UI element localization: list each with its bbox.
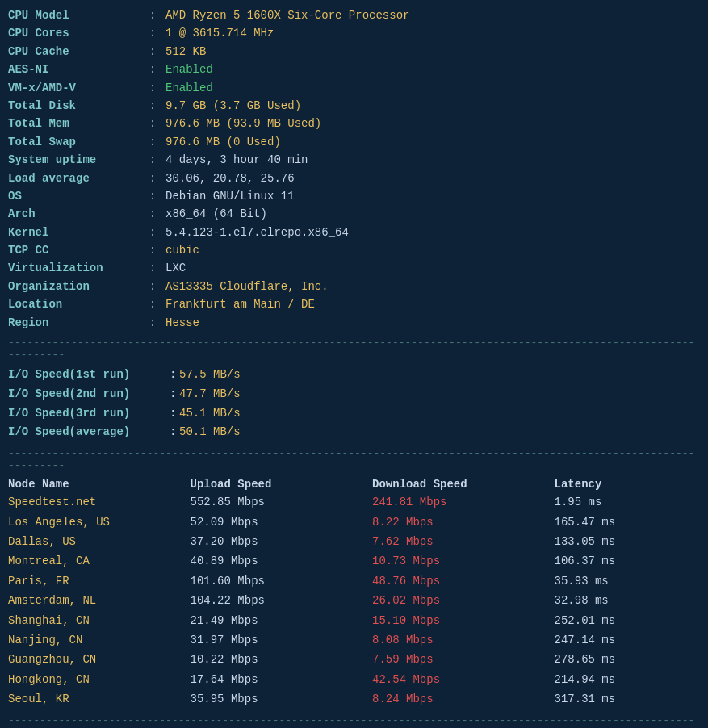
upload-cell: 101.60 Mbps <box>191 571 373 591</box>
tcp-cc-label: TCP CC <box>8 241 149 259</box>
cpu-cores-value: 1 @ 3615.714 MHz <box>165 24 274 42</box>
io-run2-row: I/O Speed(2nd run) : 47.7 MB/s <box>8 385 700 404</box>
download-cell: 7.59 Mbps <box>372 650 555 669</box>
latency-cell: 35.93 ms <box>555 571 700 591</box>
latency-cell: 32.98 ms <box>555 591 700 610</box>
aes-ni-value: Enabled <box>165 61 213 78</box>
node-cell: Amsterdam, NL <box>8 591 191 610</box>
io-run2-label: I/O Speed(2nd run) <box>8 385 170 404</box>
io-avg-value: 50.1 MB/s <box>179 423 241 442</box>
io-run1-label: I/O Speed(1st run) <box>8 366 170 385</box>
latency-cell: 133.05 ms <box>555 532 700 551</box>
col-latency-header: Latency <box>555 476 700 492</box>
cpu-cache-value: 512 KB <box>165 43 206 61</box>
download-cell: 8.22 Mbps <box>372 513 555 532</box>
upload-cell: 10.22 Mbps <box>191 650 373 669</box>
arch-value: x86_64 (64 Bit) <box>165 205 267 223</box>
latency-cell: 1.95 ms <box>555 492 700 512</box>
latency-cell: 165.47 ms <box>555 513 700 532</box>
location-label: Location <box>8 295 149 313</box>
col-upload-header: Upload Speed <box>191 476 373 492</box>
upload-cell: 40.89 Mbps <box>191 551 373 571</box>
upload-cell: 37.20 Mbps <box>191 532 373 551</box>
io-run3-row: I/O Speed(3rd run) : 45.1 MB/s <box>8 404 700 424</box>
vmx-row: VM-x/AMD-V : Enabled <box>8 79 700 97</box>
region-label: Region <box>8 314 149 332</box>
download-cell: 8.24 Mbps <box>372 689 555 709</box>
total-disk-label: Total Disk <box>8 97 149 115</box>
total-mem-value: 976.6 MB (93.9 MB Used) <box>165 115 321 132</box>
node-cell: Seoul, KR <box>8 689 191 709</box>
upload-cell: 104.22 Mbps <box>191 591 373 610</box>
virt-row: Virtualization : LXC <box>8 259 700 277</box>
table-row: Amsterdam, NL 104.22 Mbps 26.02 Mbps 32.… <box>8 591 700 610</box>
latency-cell: 317.31 ms <box>555 689 700 709</box>
cpu-cores-label: CPU Cores <box>8 24 149 42</box>
total-mem-row: Total Mem : 976.6 MB (93.9 MB Used) <box>8 115 700 132</box>
node-cell: Dallas, US <box>8 532 191 551</box>
table-row: Los Angeles, US 52.09 Mbps 8.22 Mbps 165… <box>8 513 700 532</box>
node-cell: Los Angeles, US <box>8 513 191 532</box>
download-cell: 26.02 Mbps <box>372 591 555 610</box>
download-cell: 8.08 Mbps <box>372 630 555 650</box>
network-table-header: Node Name Upload Speed Download Speed La… <box>8 476 700 492</box>
total-swap-label: Total Swap <box>8 133 149 151</box>
tcp-cc-value: cubic <box>165 241 199 259</box>
node-cell: Paris, FR <box>8 571 191 591</box>
io-avg-row: I/O Speed(average) : 50.1 MB/s <box>8 423 700 442</box>
aes-ni-row: AES-NI : Enabled <box>8 61 700 78</box>
kernel-row: Kernel : 5.4.123-1.el7.elrepo.x86_64 <box>8 224 700 241</box>
virt-label: Virtualization <box>8 259 149 277</box>
os-label: OS <box>8 187 149 205</box>
load-avg-label: Load average <box>8 169 149 187</box>
node-cell: Hongkong, CN <box>8 670 191 689</box>
network-table: Node Name Upload Speed Download Speed La… <box>8 476 700 709</box>
location-value: Frankfurt am Main / DE <box>165 295 315 313</box>
total-swap-row: Total Swap : 976.6 MB (0 Used) <box>8 133 700 151</box>
node-cell: Montreal, CA <box>8 551 191 571</box>
latency-cell: 247.14 ms <box>555 630 700 650</box>
org-label: Organization <box>8 278 149 295</box>
upload-cell: 35.95 Mbps <box>191 689 373 709</box>
download-cell: 10.73 Mbps <box>372 551 555 571</box>
total-disk-row: Total Disk : 9.7 GB (3.7 GB Used) <box>8 97 700 115</box>
org-value: AS13335 Cloudflare, Inc. <box>165 278 329 295</box>
col-node-header: Node Name <box>8 476 191 492</box>
io-run3-label: I/O Speed(3rd run) <box>8 404 170 424</box>
io-section: I/O Speed(1st run) : 57.5 MB/s I/O Speed… <box>8 366 700 442</box>
latency-cell: 252.01 ms <box>555 611 700 630</box>
download-cell: 42.54 Mbps <box>372 670 555 689</box>
cpu-model-row: CPU Model : AMD Ryzen 5 1600X Six-Core P… <box>8 6 700 24</box>
divider-3: ----------------------------------------… <box>8 714 700 728</box>
upload-cell: 31.97 Mbps <box>191 630 373 650</box>
vmx-label: VM-x/AMD-V <box>8 79 149 97</box>
tcp-cc-row: TCP CC : cubic <box>8 241 700 259</box>
total-disk-value: 9.7 GB (3.7 GB Used) <box>165 97 301 115</box>
os-row: OS : Debian GNU/Linux 11 <box>8 187 700 205</box>
node-cell: Nanjing, CN <box>8 630 191 650</box>
cpu-model-value: AMD Ryzen 5 1600X Six-Core Processor <box>165 6 409 24</box>
org-row: Organization : AS13335 Cloudflare, Inc. <box>8 278 700 295</box>
location-row: Location : Frankfurt am Main / DE <box>8 295 700 313</box>
vmx-value: Enabled <box>165 79 213 97</box>
arch-label: Arch <box>8 205 149 223</box>
divider-1: ----------------------------------------… <box>8 337 700 361</box>
upload-cell: 52.09 Mbps <box>191 513 373 532</box>
table-row: Dallas, US 37.20 Mbps 7.62 Mbps 133.05 m… <box>8 532 700 551</box>
region-value: Hesse <box>165 314 199 332</box>
node-cell: Speedtest.net <box>8 492 191 512</box>
table-row: Speedtest.net 552.85 Mbps 241.81 Mbps 1.… <box>8 492 700 512</box>
total-mem-label: Total Mem <box>8 115 149 132</box>
io-avg-label: I/O Speed(average) <box>8 423 170 442</box>
download-cell: 241.81 Mbps <box>372 492 555 512</box>
uptime-value: 4 days, 3 hour 40 min <box>165 151 308 169</box>
download-cell: 48.76 Mbps <box>372 571 555 591</box>
network-section: Node Name Upload Speed Download Speed La… <box>8 476 700 709</box>
system-section: CPU Model : AMD Ryzen 5 1600X Six-Core P… <box>8 6 700 332</box>
uptime-label: System uptime <box>8 151 149 169</box>
col-download-header: Download Speed <box>372 476 555 492</box>
table-row: Paris, FR 101.60 Mbps 48.76 Mbps 35.93 m… <box>8 571 700 591</box>
latency-cell: 106.37 ms <box>555 551 700 571</box>
table-row: Shanghai, CN 21.49 Mbps 15.10 Mbps 252.0… <box>8 611 700 630</box>
virt-value: LXC <box>165 259 186 277</box>
